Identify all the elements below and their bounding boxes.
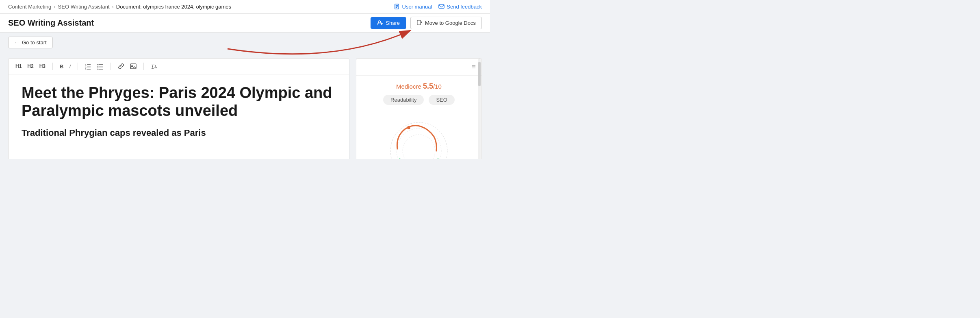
ordered-list-button[interactable]: 1. 2. 3. xyxy=(83,62,93,71)
breadcrumb-sep-1: › xyxy=(54,4,55,10)
share-button[interactable]: Share xyxy=(371,17,406,29)
score-out-of: /10 xyxy=(433,83,442,90)
link-button[interactable] xyxy=(116,62,126,71)
arrow-left-icon: ← xyxy=(14,39,20,46)
seo-tab[interactable]: SEO xyxy=(429,95,454,105)
breadcrumb-content-marketing[interactable]: Content Marketing xyxy=(8,4,51,10)
svg-point-19 xyxy=(98,66,99,68)
header-actions: Share Move to Google Docs xyxy=(371,17,482,29)
link-icon xyxy=(118,63,124,70)
svg-point-21 xyxy=(98,69,99,70)
book-icon xyxy=(394,4,400,10)
insert-buttons xyxy=(116,62,139,71)
image-icon xyxy=(130,63,137,70)
editor-toolbar: H1 H2 H3 B I xyxy=(9,59,349,74)
score-value: 5.5 xyxy=(423,82,433,90)
toolbar-separator-2 xyxy=(78,63,78,70)
top-nav: Content Marketing › SEO Writing Assistan… xyxy=(0,0,490,14)
menu-icon[interactable]: ≡ xyxy=(471,63,476,71)
h2-button[interactable]: H2 xyxy=(25,62,35,70)
italic-button[interactable]: I xyxy=(67,62,73,71)
breadcrumb-document: Document: olympics france 2024, olympic … xyxy=(116,4,231,10)
go-to-start-label: Go to start xyxy=(22,39,47,46)
go-to-start-bar: ← Go to start xyxy=(0,33,490,52)
toolbar-separator-3 xyxy=(111,63,111,70)
readability-tab[interactable]: Readability xyxy=(383,95,424,105)
list-buttons: 1. 2. 3. xyxy=(83,62,106,71)
image-button[interactable] xyxy=(128,62,139,71)
h3-button[interactable]: H3 xyxy=(37,62,48,70)
svg-text:T: T xyxy=(151,64,154,69)
right-panel-scrollbar-thumb xyxy=(478,62,481,86)
toolbar-separator-1 xyxy=(52,63,53,70)
right-panel: ≡ Mediocre 5.5/10 Readability SEO xyxy=(356,58,482,159)
svg-point-30 xyxy=(397,129,441,159)
unordered-list-icon xyxy=(97,63,104,70)
breadcrumb: Content Marketing › SEO Writing Assistan… xyxy=(8,4,231,10)
heading-buttons: H1 H2 H3 xyxy=(13,62,48,70)
document-title: Meet the Phryges: Paris 2024 Olympic and… xyxy=(22,84,336,120)
svg-point-33 xyxy=(407,126,410,129)
message-icon xyxy=(438,4,444,10)
score-section: Mediocre 5.5/10 Readability SEO xyxy=(356,76,481,159)
svg-rect-23 xyxy=(130,64,136,69)
svg-point-32 xyxy=(436,159,440,159)
score-label: Mediocre 5.5/10 xyxy=(364,82,473,91)
go-to-start-button[interactable]: ← Go to start xyxy=(8,37,53,48)
svg-rect-8 xyxy=(417,20,421,25)
clear-format-icon: T xyxy=(151,63,157,70)
export-icon xyxy=(416,20,423,26)
gauge-chart xyxy=(364,109,473,159)
document-subtitle: Traditional Phrygian caps revealed as Pa… xyxy=(22,128,336,138)
page-title: SEO Writing Assistant xyxy=(8,18,94,28)
svg-point-17 xyxy=(98,64,99,65)
move-to-google-docs-button[interactable]: Move to Google Docs xyxy=(410,17,482,29)
person-add-icon xyxy=(377,20,383,26)
h1-button[interactable]: H1 xyxy=(13,62,24,70)
main-content: H1 H2 H3 B I xyxy=(0,52,490,159)
svg-point-5 xyxy=(378,21,381,23)
svg-text:3.: 3. xyxy=(85,68,87,70)
unordered-list-button[interactable] xyxy=(95,62,106,71)
toolbar-separator-4 xyxy=(143,63,144,70)
ordered-list-icon: 1. 2. 3. xyxy=(85,63,91,70)
user-manual-link[interactable]: User manual xyxy=(394,4,432,10)
score-tabs: Readability SEO xyxy=(364,95,473,105)
send-feedback-link[interactable]: Send feedback xyxy=(438,4,482,10)
bold-button[interactable]: B xyxy=(58,62,65,71)
breadcrumb-sep-2: › xyxy=(112,4,114,10)
top-nav-actions: User manual Send feedback xyxy=(394,4,482,10)
right-panel-scrollbar[interactable] xyxy=(478,59,481,159)
svg-rect-4 xyxy=(439,4,444,8)
editor-body[interactable]: Meet the Phryges: Paris 2024 Olympic and… xyxy=(9,74,349,159)
breadcrumb-seo-assistant[interactable]: SEO Writing Assistant xyxy=(58,4,110,10)
clear-format-button[interactable]: T xyxy=(149,62,159,71)
svg-line-26 xyxy=(155,65,156,68)
gauge-svg xyxy=(376,112,462,159)
editor-panel: H1 H2 H3 B I xyxy=(8,58,349,159)
svg-point-31 xyxy=(403,135,435,159)
format-buttons: B I xyxy=(58,62,73,71)
right-panel-header: ≡ xyxy=(356,59,481,76)
header-bar: SEO Writing Assistant Share Move to Goog… xyxy=(0,14,490,33)
